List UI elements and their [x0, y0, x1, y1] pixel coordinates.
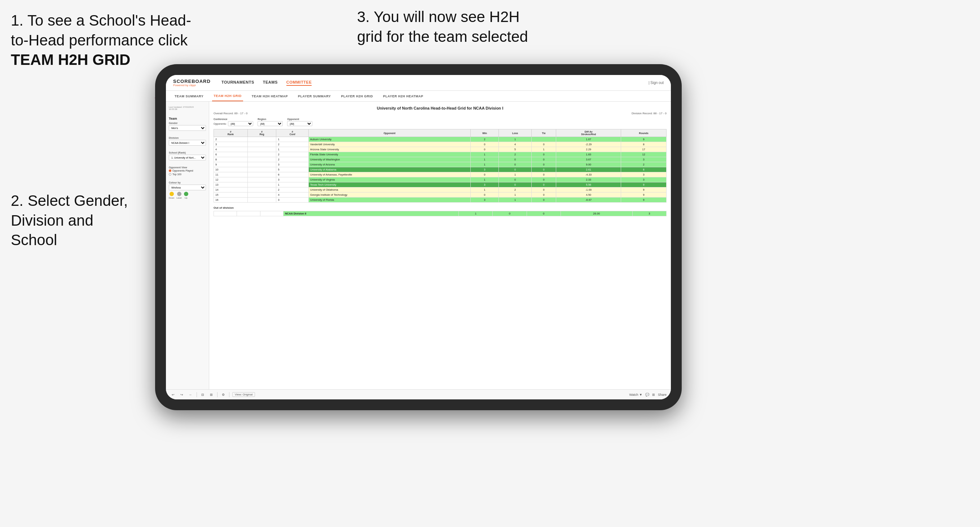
cell-11-7: 4.50: [556, 192, 621, 198]
top-nav: SCOREBOARD Powered by clippi TOURNAMENTS…: [166, 75, 671, 91]
cell-2-2: 1: [276, 147, 309, 152]
cell-7-1: [247, 172, 276, 177]
table-row: 131Texas Tech University3005.569: [214, 183, 667, 187]
cell-3-5: 2: [499, 152, 532, 157]
last-updated: Last Updated: 27/03/2024 16:55:38: [169, 106, 206, 110]
col-tie: Tie: [532, 129, 556, 137]
cell-3-6: 0: [532, 152, 556, 157]
tablet-screen: SCOREBOARD Powered by clippi TOURNAMENTS…: [166, 75, 671, 399]
table-row: 62Florida State University1201.8312: [214, 152, 667, 157]
cell-5-1: [247, 162, 276, 167]
cell-12-0: 16: [214, 198, 248, 203]
out-div-tie: 0: [527, 211, 560, 216]
sign-out-link[interactable]: | Sign out: [649, 81, 664, 85]
cell-3-3: Florida State University: [309, 152, 470, 157]
region-select[interactable]: (All): [258, 121, 283, 126]
cell-9-3: Texas Tech University: [309, 183, 470, 187]
conference-select[interactable]: (All): [228, 121, 253, 126]
cell-2-4: 0: [471, 147, 499, 152]
col-rounds: Rounds: [621, 129, 667, 137]
comment-button[interactable]: 💬: [645, 393, 649, 397]
division-section: Division NCAA Division I: [169, 137, 206, 146]
toolbar-sep3: [229, 392, 229, 397]
school-section: School (Rank) 1. University of Nort...: [169, 151, 206, 160]
tab-team-h2h-heatmap[interactable]: TEAM H2H HEATMAP: [250, 91, 289, 101]
cell-4-1: [247, 157, 276, 162]
toolbar: ↩ ↪ ← ⊟ ⊞ ⚙ View: Original Watch ▼ 💬 ⊞ S…: [166, 389, 671, 399]
cell-0-7: 1.67: [556, 137, 621, 142]
logo: SCOREBOARD Powered by clippi: [173, 79, 211, 87]
radio-opponents-played[interactable]: Opponents Played: [169, 170, 206, 172]
team-section: Team Gender Men's: [169, 117, 206, 131]
conference-filter: Conference Opponents: (All): [213, 118, 253, 126]
cell-7-7: -4.33: [556, 172, 621, 177]
back-button[interactable]: ←: [188, 392, 194, 397]
cell-6-0: 10: [214, 167, 248, 172]
view-select[interactable]: View: Original: [232, 392, 255, 397]
settings-button[interactable]: ⚙: [220, 392, 226, 397]
cell-7-2: 6: [276, 172, 309, 177]
undo-button[interactable]: ↩: [170, 392, 176, 397]
tab-player-h2h-heatmap[interactable]: PLAYER H2H HEATMAP: [382, 91, 425, 101]
tab-player-summary[interactable]: PLAYER SUMMARY: [296, 91, 332, 101]
colour-select[interactable]: Win/loss: [169, 184, 206, 190]
out-of-division-label: Out of division: [213, 206, 667, 210]
tab-team-h2h-grid[interactable]: TEAM H2H GRID: [212, 91, 243, 101]
table-row: 93University of Arizona1009.002: [214, 162, 667, 167]
school-select[interactable]: 1. University of Nort...: [169, 155, 206, 160]
cell-5-2: 3: [276, 162, 309, 167]
cell-4-5: 0: [499, 157, 532, 162]
zoom-out-button[interactable]: ⊟: [200, 392, 205, 397]
tab-player-h2h-grid[interactable]: PLAYER H2H GRID: [339, 91, 374, 101]
tab-team-summary[interactable]: TEAM SUMMARY: [173, 91, 205, 101]
nav-tournaments[interactable]: TOURNAMENTS: [221, 80, 254, 86]
cell-4-6: 0: [532, 157, 556, 162]
cell-12-6: 0: [532, 198, 556, 203]
cell-11-8: 9: [621, 192, 667, 198]
opponent-select[interactable]: (All): [287, 121, 312, 126]
cell-5-6: 0: [532, 162, 556, 167]
cell-10-0: 14: [214, 187, 248, 192]
cell-6-8: 8: [621, 167, 667, 172]
share-button[interactable]: Share: [658, 393, 667, 397]
col-rank: #Rank: [214, 129, 248, 137]
grid-area: University of North Carolina Head-to-Hea…: [209, 102, 671, 389]
radio-top100[interactable]: Top 100: [169, 173, 206, 176]
nav-teams[interactable]: TEAMS: [263, 80, 278, 86]
cell-2-7: 2.29: [556, 147, 621, 152]
cell-9-1: [247, 183, 276, 187]
out-div-name: NCAA Division II: [283, 211, 459, 216]
cell-0-4: 2: [471, 137, 499, 142]
cell-10-4: 1: [471, 187, 499, 192]
cell-0-1: [247, 137, 276, 142]
cell-3-8: 12: [621, 152, 667, 157]
cell-2-8: 17: [621, 147, 667, 152]
cell-0-3: Auburn University: [309, 137, 470, 142]
cell-3-7: 1.83: [556, 152, 621, 157]
cell-1-4: 0: [471, 142, 499, 147]
cell-9-4: 3: [471, 183, 499, 187]
cell-10-6: 0: [532, 187, 556, 192]
cell-8-4: 1: [471, 177, 499, 183]
nav-committee[interactable]: COMMITTEE: [286, 80, 312, 86]
gender-select[interactable]: Men's: [169, 125, 206, 131]
col-reg: #Reg: [247, 129, 276, 137]
out-of-division-row: NCAA Division II 1 0 0 26.00 3: [214, 211, 667, 216]
cell-1-7: -2.29: [556, 142, 621, 147]
cell-11-3: Georgia Institute of Technology: [309, 192, 470, 198]
col-conf: #Conf: [276, 129, 309, 137]
cell-2-0: 4: [214, 147, 248, 152]
cell-5-8: 2: [621, 162, 667, 167]
cell-12-1: [247, 198, 276, 203]
division-select[interactable]: NCAA Division I: [169, 140, 206, 146]
cell-9-5: 0: [499, 183, 532, 187]
table-row: 142University of Oklahoma120-1.009: [214, 187, 667, 192]
zoom-in-button[interactable]: ⊞: [208, 392, 214, 397]
watch-button[interactable]: Watch ▼: [629, 393, 643, 397]
cell-3-0: 6: [214, 152, 248, 157]
present-button[interactable]: ⊞: [652, 393, 655, 397]
table-row: 154Georgia Institute of Technology0104.5…: [214, 192, 667, 198]
col-loss: Loss: [499, 129, 532, 137]
table-row: 41Arizona State University0512.2917: [214, 147, 667, 152]
redo-button[interactable]: ↪: [179, 392, 185, 397]
